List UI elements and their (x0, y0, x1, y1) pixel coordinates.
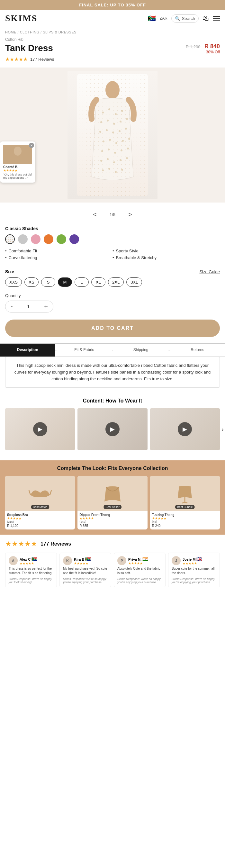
how-to-wear-title: Content: How To Wear It (5, 398, 220, 404)
reviewer-flag-3: 🇮🇳 (142, 557, 148, 562)
quantity-label: Quantity (5, 293, 220, 298)
reviewer-thumbnail (3, 145, 32, 164)
look-item-bra[interactable]: Best Match Strapless Bra ★★★★★ (215) R 1… (5, 476, 75, 529)
add-to-cart-button[interactable]: ADD TO CART (5, 319, 220, 337)
reviewer-flag-4: 🇬🇧 (196, 557, 202, 562)
play-button-2[interactable]: ▶ (105, 422, 120, 436)
price-block: R 1,200 R 840 30% Off (186, 43, 220, 54)
thong-price: R 355 (79, 524, 145, 528)
tab-returns[interactable]: Returns (170, 344, 225, 356)
color-label: Classic Shades (5, 226, 220, 231)
color-swatch-orange[interactable] (44, 235, 53, 244)
how-to-wear-section: Content: How To Wear It ▶ ▶ ▶ › (0, 393, 225, 455)
quantity-value: 1 (27, 304, 30, 309)
svg-point-13 (119, 130, 121, 132)
tstring-price: R 240 (152, 524, 218, 528)
color-swatch-green[interactable] (57, 235, 66, 244)
review-text-4: Super cute for the summer, all the doors… (172, 566, 216, 576)
color-swatch-purple[interactable] (69, 235, 79, 244)
feature-4-text: Breathable & Stretchy (116, 255, 157, 260)
svg-point-35 (14, 147, 22, 156)
feature-3-text: Curve-flattering (9, 255, 37, 260)
promo-banner: FINAL SALE: UP TO 35% OFF (0, 0, 225, 10)
quantity-increase-button[interactable]: + (44, 303, 48, 310)
search-box[interactable]: 🔍 Search (171, 14, 199, 23)
tstring-details: T-string Thong ★★★★★ (45) R 240 (150, 511, 220, 529)
reviewer-quote: "Oh, this dress out did my expectations … (3, 173, 32, 179)
thong-stars: ★★★★★ (79, 517, 145, 520)
svg-point-22 (114, 152, 116, 154)
svg-point-28 (120, 159, 122, 161)
video-thumb-3[interactable]: ▶ (150, 408, 220, 450)
bra-name: Strapless Bra (7, 513, 73, 517)
svg-point-29 (126, 157, 128, 159)
reviewer-stars-3: ★★★★★ (128, 562, 148, 565)
size-label: Size (5, 269, 14, 274)
video-thumb-2[interactable]: ▶ (77, 408, 147, 450)
close-popup-button[interactable]: ✕ (29, 143, 34, 148)
size-s[interactable]: S (41, 277, 55, 287)
size-3xl[interactable]: 3XL (126, 277, 142, 287)
feature-2: • Sporty Style (112, 248, 220, 253)
size-2xl[interactable]: 2XL (108, 277, 124, 287)
product-category: Cotton Rib (5, 37, 220, 42)
reviews-section: ★★★★★ 177 Reviews A Alex C 🇿🇦 ★★★★★ This… (0, 535, 225, 592)
bra-details: Strapless Bra ★★★★★ (215) R 1,100 (5, 511, 75, 529)
size-m[interactable]: M (58, 277, 72, 287)
discount-label: 30% Off (186, 50, 220, 54)
description-text: This high scoop neck mini dress is made … (5, 357, 220, 388)
size-l[interactable]: L (74, 277, 89, 287)
prev-image-button[interactable]: < (93, 211, 97, 218)
review-text-2: My best purchase yet!! So cute and the f… (63, 566, 108, 576)
menu-button[interactable] (213, 16, 220, 21)
play-button-3[interactable]: ▶ (178, 422, 192, 436)
review-count: 177 Reviews (30, 57, 54, 62)
size-header: Size Size Guide (0, 269, 225, 274)
svg-point-1 (102, 112, 104, 114)
reviewer-header-3: P Priya N. 🇮🇳 ★★★★★ (117, 556, 162, 565)
look-item-thong[interactable]: Best Seller Dipped Front Thong ★★★★★ (14… (77, 476, 147, 529)
tab-description[interactable]: Description (0, 344, 55, 356)
feature-4: • Breathable & Stretchy (112, 255, 220, 260)
flag-icon: 🇿🇦 (148, 14, 156, 22)
tab-shipping[interactable]: Shipping (113, 344, 168, 356)
next-image-button[interactable]: > (128, 211, 132, 218)
features-list: • Comfortable Fit • Sporty Style • Curve… (0, 244, 225, 265)
reviewer-stars-1: ★★★★★ (20, 562, 37, 565)
tstring-image: Best Bundle (150, 476, 220, 511)
product-image-area: ✕ Chanté B. ★★★★★ "Oh, this dress out di… (0, 67, 225, 203)
tab-fit-fabric[interactable]: Fit & Fabric (57, 344, 112, 356)
video-next-arrow[interactable]: › (222, 426, 224, 433)
svg-point-20 (101, 150, 103, 152)
product-main-image (67, 71, 158, 199)
size-xxs[interactable]: XXS (5, 277, 22, 287)
svg-point-11 (106, 129, 108, 131)
review-popup: ✕ Chanté B. ★★★★★ "Oh, this dress out di… (0, 142, 35, 183)
svg-point-8 (120, 121, 122, 123)
logo[interactable]: SKIMS (5, 13, 37, 24)
color-swatch-pink[interactable] (31, 235, 40, 244)
video-thumb-1[interactable]: ▶ (5, 408, 75, 450)
price-original: R 1,200 R 840 (186, 43, 220, 50)
size-xs[interactable]: XS (25, 277, 39, 287)
color-swatch-dotted[interactable] (5, 235, 15, 244)
size-xl[interactable]: XL (91, 277, 105, 287)
bra-reviews: (215) (7, 520, 73, 523)
cart-button[interactable]: 🛍 (202, 15, 209, 22)
reviewer-stars: ★★★★★ (3, 169, 32, 172)
play-button-1[interactable]: ▶ (33, 422, 47, 436)
svg-point-7 (113, 123, 115, 125)
quantity-control: - 1 + (5, 301, 53, 312)
svg-point-30 (102, 169, 104, 172)
quantity-decrease-button[interactable]: - (10, 303, 13, 310)
product-stars: ★★★★★ (5, 56, 28, 62)
tstring-name: T-string Thong (152, 513, 218, 517)
svg-point-15 (102, 141, 104, 143)
breadcrumb: HOME / CLOTHING / SLIPS & DRESSES (0, 27, 225, 37)
look-item-tstring[interactable]: Best Bundle T-string Thong ★★★★★ (45) R … (150, 476, 220, 529)
skims-response-2: Skims Response: We're so happy you're en… (63, 578, 108, 584)
size-guide-link[interactable]: Size Guide (199, 270, 220, 274)
complete-look-section: Complete The Look: Fits Everyone Collect… (0, 460, 225, 535)
color-swatch-grey[interactable] (18, 235, 28, 244)
look-items: Best Match Strapless Bra ★★★★★ (215) R 1… (5, 476, 220, 529)
